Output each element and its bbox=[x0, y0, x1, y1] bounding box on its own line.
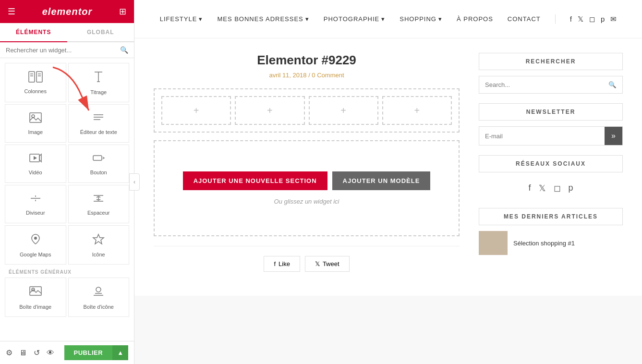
article-thumb-item[interactable]: Sélection shopping #1 bbox=[479, 231, 623, 255]
boite-image-icon bbox=[29, 285, 42, 301]
widget-google-maps-label: Google Maps bbox=[20, 252, 51, 257]
articles-widget: MES DERNIERS ARTICLES Sélection shopping… bbox=[479, 208, 623, 255]
responsive-icon[interactable]: 🖥 bbox=[19, 349, 27, 357]
widget-espaceur-label: Espaceur bbox=[87, 210, 109, 216]
like-button[interactable]: f Like bbox=[264, 256, 300, 272]
editeur-texte-icon bbox=[92, 112, 105, 126]
twitter-sidebar-icon[interactable]: 𝕏 bbox=[539, 183, 546, 194]
col-placeholder-2[interactable]: + bbox=[235, 96, 304, 125]
instagram-sidebar-icon[interactable]: ◻ bbox=[554, 183, 561, 194]
widget-icone[interactable]: Icône bbox=[68, 225, 130, 265]
social-widget: RÉSEAUX SOCIAUX f 𝕏 ◻ p bbox=[479, 155, 623, 198]
widget-video[interactable]: Vidéo bbox=[5, 145, 66, 183]
pinterest-sidebar-icon[interactable]: p bbox=[569, 183, 573, 194]
settings-icon[interactable]: ⚙ bbox=[6, 348, 12, 357]
svg-point-28 bbox=[96, 287, 101, 292]
widget-editeur-texte[interactable]: Éditeur de texte bbox=[68, 104, 130, 143]
post-comments: 0 Comment bbox=[312, 72, 344, 79]
nav-lifestyle[interactable]: LIFESTYLE ▾ bbox=[160, 15, 203, 23]
nav-socials: f 𝕏 ◻ p ✉ bbox=[570, 15, 617, 24]
column-grid: + + + + bbox=[154, 88, 460, 133]
svg-rect-9 bbox=[30, 113, 41, 122]
icone-icon bbox=[92, 232, 105, 249]
panel-header: ☰ elementor ⊞ bbox=[0, 0, 134, 23]
colonnes-icon bbox=[28, 71, 43, 85]
social-actions: f Like 𝕏 Tweet bbox=[154, 246, 460, 281]
google-maps-icon bbox=[29, 232, 42, 249]
svg-marker-15 bbox=[39, 154, 41, 162]
preview-icon[interactable]: 👁 bbox=[47, 349, 54, 357]
instagram-nav-icon[interactable]: ◻ bbox=[589, 15, 595, 24]
sidebar-search-input[interactable] bbox=[479, 76, 603, 93]
svg-point-24 bbox=[34, 237, 37, 240]
toolbar-icons: ⚙ 🖥 ↺ 👁 bbox=[6, 348, 54, 357]
widget-boite-image[interactable]: Boîte d'image bbox=[5, 278, 66, 317]
widget-titrage[interactable]: Titrage bbox=[68, 63, 130, 102]
widget-search-bar: 🔍 bbox=[0, 42, 134, 58]
col-placeholder-4[interactable]: + bbox=[382, 96, 452, 125]
search-icon: 🔍 bbox=[120, 46, 128, 54]
nav-bonnes-adresses[interactable]: MES BONNES ADRESSES ▾ bbox=[217, 15, 309, 23]
grid-icon[interactable]: ⊞ bbox=[119, 6, 126, 17]
widgets-grid: Colonnes Titrage bbox=[0, 58, 134, 341]
tab-elements[interactable]: ÉLÉMENTS bbox=[0, 23, 67, 42]
widget-diviseur-label: Diviseur bbox=[26, 210, 45, 216]
facebook-nav-icon[interactable]: f bbox=[570, 15, 572, 24]
widget-search-input[interactable] bbox=[6, 47, 120, 54]
post-meta: avril 11, 2018 / 0 Comment bbox=[154, 72, 460, 79]
widget-colonnes-label: Colonnes bbox=[24, 88, 47, 94]
content-left: Elementor #9229 avril 11, 2018 / 0 Comme… bbox=[154, 53, 479, 281]
widget-google-maps[interactable]: Google Maps bbox=[5, 225, 66, 265]
content-right: RECHERCHER 🔍 NEWSLETTER » RÉSEAUX SOCIAU… bbox=[479, 53, 623, 281]
col-placeholder-1[interactable]: + bbox=[161, 96, 231, 125]
pinterest-nav-icon[interactable]: p bbox=[601, 15, 605, 24]
widget-bouton[interactable]: Bouton bbox=[68, 145, 130, 183]
widget-boite-icone[interactable]: Boîte d'icône bbox=[68, 278, 130, 317]
espaceur-icon bbox=[92, 193, 105, 207]
widget-espaceur[interactable]: Espaceur bbox=[68, 185, 130, 223]
social-links: f 𝕏 ◻ p bbox=[479, 178, 623, 198]
add-section-button[interactable]: AJOUTER UNE NOUVELLE SECTION bbox=[183, 171, 327, 190]
svg-marker-16 bbox=[34, 156, 37, 160]
widget-diviseur[interactable]: Diviseur bbox=[5, 185, 66, 223]
hamburger-icon[interactable]: ☰ bbox=[8, 6, 15, 17]
facebook-sidebar-icon[interactable]: f bbox=[528, 183, 531, 194]
bottom-toolbar: ⚙ 🖥 ↺ 👁 PUBLIER ▲ bbox=[0, 341, 134, 364]
nav-divider bbox=[555, 14, 556, 24]
tab-global[interactable]: GLOBAL bbox=[67, 23, 134, 41]
newsletter-widget: NEWSLETTER » bbox=[479, 103, 623, 146]
tweet-button[interactable]: 𝕏 Tweet bbox=[305, 256, 350, 272]
collapse-handle[interactable]: ‹ bbox=[129, 173, 140, 191]
widget-image[interactable]: Image bbox=[5, 104, 66, 143]
history-icon[interactable]: ↺ bbox=[34, 348, 40, 357]
email-nav-icon[interactable]: ✉ bbox=[610, 15, 617, 24]
publish-group: PUBLIER ▲ bbox=[64, 345, 128, 360]
widget-icone-label: Icône bbox=[92, 252, 105, 257]
nav-a-propos[interactable]: À PROPOS bbox=[457, 15, 493, 23]
newsletter-submit-button[interactable]: » bbox=[605, 127, 622, 145]
social-widget-title: RÉSEAUX SOCIAUX bbox=[479, 155, 623, 172]
nav-shopping[interactable]: SHOPPING ▾ bbox=[400, 15, 442, 23]
twitter-tweet-icon: 𝕏 bbox=[315, 260, 320, 267]
sidebar-search-button[interactable]: 🔍 bbox=[603, 76, 622, 93]
add-model-button[interactable]: AJOUTER UN MODÈLE bbox=[332, 171, 431, 190]
article-thumb-image bbox=[479, 231, 508, 255]
col-placeholder-3[interactable]: + bbox=[309, 96, 378, 125]
newsletter-widget-title: NEWSLETTER bbox=[479, 103, 623, 121]
post-title: Elementor #9229 bbox=[154, 53, 460, 68]
widget-colonnes[interactable]: Colonnes bbox=[5, 63, 66, 102]
articles-widget-title: MES DERNIERS ARTICLES bbox=[479, 208, 623, 225]
publish-arrow-button[interactable]: ▲ bbox=[112, 345, 128, 360]
post-date: avril 11, 2018 bbox=[269, 72, 306, 79]
facebook-like-icon: f bbox=[274, 260, 276, 267]
nav-contact[interactable]: CONTACT bbox=[508, 15, 541, 23]
bouton-icon bbox=[92, 152, 105, 167]
newsletter-email-input[interactable] bbox=[479, 127, 605, 145]
publish-button[interactable]: PUBLIER bbox=[64, 345, 113, 360]
drop-buttons: AJOUTER UNE NOUVELLE SECTION AJOUTER UN … bbox=[183, 171, 431, 190]
nav-photographie[interactable]: PHOTOGRAPHIE ▾ bbox=[324, 15, 386, 23]
svg-marker-25 bbox=[93, 234, 104, 244]
twitter-nav-icon[interactable]: 𝕏 bbox=[578, 15, 583, 24]
main-content: Elementor #9229 avril 11, 2018 / 0 Comme… bbox=[134, 38, 642, 296]
svg-rect-17 bbox=[93, 156, 102, 160]
